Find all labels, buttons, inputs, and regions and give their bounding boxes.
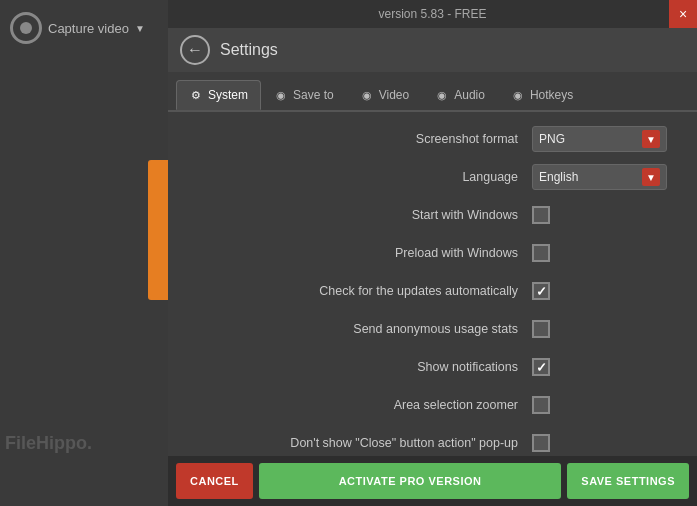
sidebar: Capture video ▼ FileHippo. xyxy=(0,0,168,506)
start-windows-label: Start with Windows xyxy=(188,208,532,222)
saveto-icon: ◉ xyxy=(274,88,288,102)
language-value: English xyxy=(539,170,642,184)
tab-video[interactable]: ◉ Video xyxy=(347,80,422,110)
send-anonymous-control xyxy=(532,320,677,338)
dont-show-close-label: Don't show "Close" button action" pop-up xyxy=(188,436,532,450)
start-windows-control xyxy=(532,206,677,224)
settings-content: Screenshot format PNG ▼ Language English… xyxy=(168,112,697,456)
area-selection-row: Area selection zoomer xyxy=(188,392,677,418)
capture-video-button[interactable]: Capture video ▼ xyxy=(10,12,145,44)
show-notifications-checkbox[interactable]: ✓ xyxy=(532,358,550,376)
watermark: FileHippo. xyxy=(5,433,92,454)
system-icon: ⚙ xyxy=(189,88,203,102)
capture-dropdown-arrow: ▼ xyxy=(135,23,145,34)
dont-show-close-control xyxy=(532,434,677,452)
save-settings-button[interactable]: SAVE SETTINGS xyxy=(567,463,689,499)
start-windows-row: Start with Windows xyxy=(188,202,677,228)
main-panel: version 5.83 - FREE × ← Settings ⚙ Syste… xyxy=(168,0,697,506)
screenshot-format-row: Screenshot format PNG ▼ xyxy=(188,126,677,152)
preload-windows-checkbox[interactable] xyxy=(532,244,550,262)
check-updates-label: Check for the updates automatically xyxy=(188,284,532,298)
capture-label: Capture video xyxy=(48,21,129,36)
tab-audio[interactable]: ◉ Audio xyxy=(422,80,498,110)
version-text: version 5.83 - FREE xyxy=(378,7,486,21)
titlebar: version 5.83 - FREE × xyxy=(168,0,697,28)
tab-system-label: System xyxy=(208,88,248,102)
tab-hotkeys[interactable]: ◉ Hotkeys xyxy=(498,80,586,110)
header: ← Settings xyxy=(168,28,697,72)
audio-icon: ◉ xyxy=(435,88,449,102)
screenshot-format-arrow: ▼ xyxy=(642,130,660,148)
dont-show-close-checkbox[interactable] xyxy=(532,434,550,452)
capture-icon xyxy=(10,12,42,44)
area-selection-checkbox[interactable] xyxy=(532,396,550,414)
dont-show-close-row: Don't show "Close" button action" pop-up xyxy=(188,430,677,456)
tab-video-label: Video xyxy=(379,88,409,102)
sidebar-decoration xyxy=(148,160,168,300)
tab-saveto-label: Save to xyxy=(293,88,334,102)
start-windows-checkbox[interactable] xyxy=(532,206,550,224)
show-notifications-control: ✓ xyxy=(532,358,677,376)
back-button[interactable]: ← xyxy=(180,35,210,65)
show-notifications-check: ✓ xyxy=(536,361,547,374)
screenshot-format-dropdown[interactable]: PNG ▼ xyxy=(532,126,667,152)
cancel-button[interactable]: CANCEL xyxy=(176,463,253,499)
screenshot-format-label: Screenshot format xyxy=(188,132,532,146)
tab-saveto[interactable]: ◉ Save to xyxy=(261,80,347,110)
tab-system[interactable]: ⚙ System xyxy=(176,80,261,110)
check-updates-row: Check for the updates automatically ✓ xyxy=(188,278,677,304)
show-notifications-row: Show notifications ✓ xyxy=(188,354,677,380)
preload-windows-label: Preload with Windows xyxy=(188,246,532,260)
page-title: Settings xyxy=(220,41,278,59)
send-anonymous-checkbox[interactable] xyxy=(532,320,550,338)
back-icon: ← xyxy=(187,41,203,59)
screenshot-format-value: PNG xyxy=(539,132,642,146)
check-updates-check: ✓ xyxy=(536,285,547,298)
language-label: Language xyxy=(188,170,532,184)
language-arrow: ▼ xyxy=(642,168,660,186)
preload-windows-row: Preload with Windows xyxy=(188,240,677,266)
send-anonymous-row: Send anonymous usage stats xyxy=(188,316,677,342)
language-control: English ▼ xyxy=(532,164,677,190)
bottom-bar: CANCEL ACTIVATE PRO VERSION SAVE SETTING… xyxy=(168,456,697,506)
hotkeys-icon: ◉ xyxy=(511,88,525,102)
language-dropdown[interactable]: English ▼ xyxy=(532,164,667,190)
show-notifications-label: Show notifications xyxy=(188,360,532,374)
tab-audio-label: Audio xyxy=(454,88,485,102)
tab-hotkeys-label: Hotkeys xyxy=(530,88,573,102)
check-updates-checkbox[interactable]: ✓ xyxy=(532,282,550,300)
activate-pro-button[interactable]: ACTIVATE PRO VERSION xyxy=(259,463,561,499)
tabs-bar: ⚙ System ◉ Save to ◉ Video ◉ Audio ◉ Hot… xyxy=(168,72,697,112)
close-button[interactable]: × xyxy=(669,0,697,28)
send-anonymous-label: Send anonymous usage stats xyxy=(188,322,532,336)
area-selection-label: Area selection zoomer xyxy=(188,398,532,412)
check-updates-control: ✓ xyxy=(532,282,677,300)
screenshot-format-control: PNG ▼ xyxy=(532,126,677,152)
preload-windows-control xyxy=(532,244,677,262)
video-icon: ◉ xyxy=(360,88,374,102)
area-selection-control xyxy=(532,396,677,414)
language-row: Language English ▼ xyxy=(188,164,677,190)
